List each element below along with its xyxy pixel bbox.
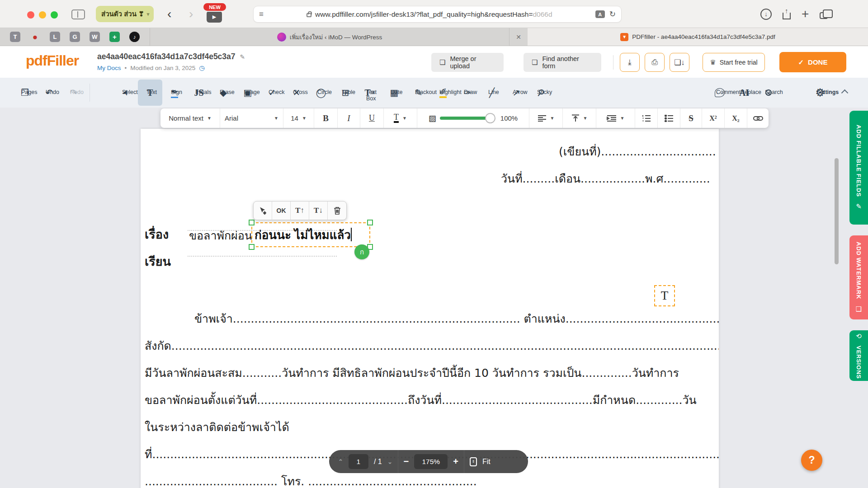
subscript-button[interactable]: X₂ <box>725 108 747 128</box>
reload-icon[interactable]: ↻ <box>609 9 616 19</box>
video-extension-icon[interactable]: ▶ <box>207 11 222 23</box>
collapse-toolbar-icon[interactable] <box>841 89 849 96</box>
tab-pdffiller[interactable]: ▼ PDFfiller - ae4aa40eac416fa34d1a7c3df4… <box>528 28 868 46</box>
increase-font-button[interactable]: T↑ <box>291 202 309 220</box>
profile-pill[interactable]: ส่วนตัว ส่วน ❣ ▾ <box>96 6 154 22</box>
font-size-dropdown[interactable]: 14▼ <box>283 108 314 128</box>
resize-handle-top-left[interactable] <box>249 220 255 225</box>
superscript-button[interactable]: X² <box>702 108 725 128</box>
translate-icon[interactable]: A <box>595 10 605 18</box>
align-dropdown[interactable]: ▼ <box>529 108 563 128</box>
pinned-tab-sheets-icon[interactable]: + <box>109 32 120 42</box>
new-tab-icon[interactable]: + <box>802 8 809 20</box>
document-viewport[interactable]: Normal text▼ Arial▼ 14▼ B I U T▼ ▨ 100% … <box>0 108 868 488</box>
bullet-list-button[interactable] <box>658 108 680 128</box>
text-field-placeholder[interactable]: T <box>654 285 675 306</box>
share-icon[interactable] <box>783 13 791 19</box>
tool-initials[interactable]: JSInitials <box>187 80 211 106</box>
slider-knob[interactable] <box>485 113 495 123</box>
tool-text[interactable]: TText <box>138 80 162 106</box>
tool-pages[interactable]: ❐Pages <box>13 80 37 106</box>
underline-button[interactable]: U <box>360 108 384 128</box>
bold-button[interactable]: B <box>314 108 338 128</box>
my-docs-link[interactable]: My Docs <box>97 65 121 71</box>
tool-image[interactable]: ▣Image <box>236 80 260 106</box>
pinned-tab-t[interactable]: T <box>10 32 20 42</box>
move-button[interactable] <box>254 202 272 220</box>
tool-date[interactable]: ▦Date <box>382 80 406 106</box>
text-color-dropdown[interactable]: T▼ <box>384 108 417 128</box>
zoom-window-button[interactable] <box>51 11 58 19</box>
resize-handle-bottom-left[interactable] <box>249 244 255 250</box>
tool-sticky[interactable]: ⚲Sticky <box>528 80 553 106</box>
downloads-icon[interactable]: ↓ <box>760 9 772 20</box>
tool-check[interactable]: ✓Check <box>260 80 284 106</box>
pinned-tab-apple-icon[interactable]: ● <box>30 32 40 42</box>
tool-comment[interactable]: ···Comment <box>708 80 732 106</box>
thai-keyboard-badge[interactable]: ก <box>354 244 369 259</box>
italic-button[interactable]: I <box>338 108 360 128</box>
merge-or-upload-button[interactable]: ❏ Merge or upload <box>431 53 504 72</box>
zoom-level[interactable]: 175% <box>414 454 448 469</box>
reader-view-icon[interactable]: ≡ <box>259 10 264 19</box>
numbered-list-button[interactable] <box>635 108 658 128</box>
opacity-slider[interactable] <box>440 117 491 120</box>
pinned-tab-w[interactable]: W <box>90 32 100 42</box>
delete-button[interactable] <box>328 202 346 220</box>
indent-dropdown[interactable]: ▼ <box>596 108 635 128</box>
tool-table[interactable]: ⊞Table <box>333 80 358 106</box>
tab-overview-icon[interactable] <box>820 12 828 19</box>
close-window-button[interactable] <box>27 11 34 19</box>
close-tab-icon[interactable]: ✕ <box>509 28 528 46</box>
add-watermark-tab[interactable]: ADD WATERMARK ❑ <box>849 235 868 319</box>
tool-sign[interactable]: ✒Sign <box>162 80 187 106</box>
page-number-input[interactable]: 1 <box>349 454 368 469</box>
tool-cross[interactable]: ✕Cross <box>284 80 309 106</box>
tool-arrow[interactable]: ↗Arrow <box>504 80 528 106</box>
tool-line[interactable]: ╱Line <box>480 80 504 106</box>
next-page-icon[interactable]: ⌃ <box>387 458 392 465</box>
add-fillable-fields-tab[interactable]: ADD FILLABLE FIELDS ✎ <box>849 111 868 225</box>
versions-tab[interactable]: ⟲ VERSIONS <box>849 330 868 381</box>
pinned-tab-l[interactable]: L <box>50 32 60 42</box>
back-button[interactable]: ‹ <box>167 7 171 21</box>
tool-erase[interactable]: ◆Erase <box>211 80 236 106</box>
start-free-trial-button[interactable]: ♛ Start free trial <box>703 53 765 72</box>
pinned-tab-g[interactable]: G <box>70 32 80 42</box>
download-button[interactable]: ⤓ <box>620 53 640 72</box>
tool-select[interactable]: ➤Select <box>113 80 138 106</box>
forward-button[interactable]: › <box>189 7 193 21</box>
pinned-tab-tiktok-icon[interactable]: ♪ <box>129 32 140 42</box>
tool-settings[interactable]: ⚙Settings <box>808 80 832 106</box>
tool-blackout[interactable]: ✎Blackout <box>406 80 431 106</box>
link-button[interactable] <box>747 108 769 128</box>
opacity-control[interactable]: ▨ 100% <box>417 108 529 128</box>
zoom-in-icon[interactable]: + <box>453 456 458 467</box>
minimize-window-button[interactable] <box>39 11 46 19</box>
tool-undo[interactable]: ↶Undo <box>37 80 61 106</box>
paragraph-style-dropdown[interactable]: Normal text▼ <box>160 108 220 128</box>
typed-text[interactable]: ก่อนนะ ไม่ไหมแล้ว <box>255 225 352 244</box>
ok-button[interactable]: OK <box>272 202 291 220</box>
vertical-align-dropdown[interactable]: ▼ <box>563 108 596 128</box>
previous-page-icon[interactable]: ⌃ <box>338 458 343 465</box>
pdf-page[interactable]: (เขียนที่)..............................… <box>141 129 719 488</box>
edit-title-icon[interactable]: ✎ <box>240 53 245 61</box>
fit-button[interactable]: Fit <box>482 458 491 466</box>
find-another-form-button[interactable]: ❏ Find another form <box>524 53 601 72</box>
help-button[interactable]: ? <box>801 450 822 471</box>
done-button[interactable]: ✓ DONE <box>779 52 846 72</box>
save-as-button[interactable]: ❏↓ <box>670 53 689 72</box>
resize-handle-top-right[interactable] <box>367 220 373 225</box>
url-bar[interactable]: ≡ www.pdffiller.com/jsfiller-desk13/?fla… <box>253 6 622 23</box>
print-button[interactable]: ⎙ <box>645 53 665 72</box>
strikethrough-button[interactable]: S <box>680 108 702 128</box>
zoom-out-icon[interactable]: − <box>404 456 409 467</box>
decrease-font-button[interactable]: T↓ <box>309 202 328 220</box>
sidebar-toggle-icon[interactable] <box>71 9 85 19</box>
tool-circle[interactable]: ◯Circle <box>309 80 333 106</box>
tab-wordpress[interactable]: เพิ่มเรื่องใหม่ ‹ iMoD — WordPress <box>150 28 509 46</box>
tool-text-box[interactable]: T≡Text Box <box>358 80 382 106</box>
font-family-dropdown[interactable]: Arial▼ <box>220 108 283 128</box>
pdffiller-logo[interactable]: pdfFiller <box>26 52 79 69</box>
